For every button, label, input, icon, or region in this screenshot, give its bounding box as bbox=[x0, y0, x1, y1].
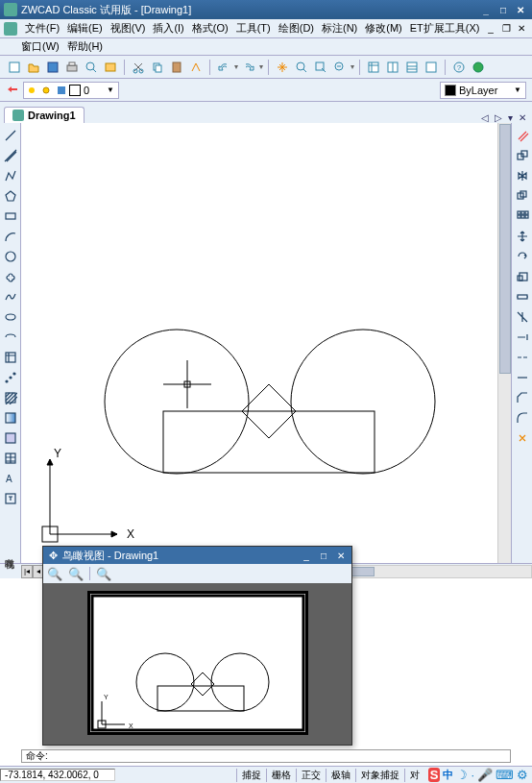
tab-prev[interactable]: ◁ bbox=[479, 112, 491, 123]
mic-icon[interactable]: 🎤 bbox=[477, 768, 493, 782]
paste-icon[interactable] bbox=[168, 59, 185, 76]
grid-toggle[interactable]: 栅格 bbox=[266, 769, 296, 782]
offset-icon[interactable] bbox=[514, 187, 531, 205]
punct-icon[interactable]: · bbox=[471, 768, 474, 782]
cut-icon[interactable] bbox=[130, 59, 147, 76]
menu-edit[interactable]: 编辑(E) bbox=[63, 19, 107, 37]
open-icon[interactable] bbox=[25, 59, 42, 76]
toolpalette-icon[interactable] bbox=[403, 59, 421, 76]
fillet-icon[interactable] bbox=[514, 409, 531, 427]
coordinate-display[interactable]: -73.1814, 432.0062, 0 bbox=[0, 769, 115, 781]
help-icon[interactable]: ? bbox=[450, 59, 468, 76]
revcloud-icon[interactable] bbox=[2, 268, 19, 285]
menu-draw[interactable]: 绘图(D) bbox=[275, 19, 318, 37]
osnap-toggle[interactable]: 对象捕捉 bbox=[355, 769, 404, 782]
pan-icon[interactable] bbox=[274, 59, 291, 76]
calc-icon[interactable] bbox=[423, 59, 440, 76]
spline-icon[interactable] bbox=[2, 288, 19, 306]
new-icon[interactable] bbox=[6, 59, 23, 76]
ellipse-icon[interactable] bbox=[2, 308, 19, 326]
menu-et[interactable]: ET扩展工具(X) bbox=[406, 19, 484, 37]
rotate-icon[interactable] bbox=[514, 248, 531, 265]
menu-format[interactable]: 格式(O) bbox=[188, 19, 232, 37]
block-icon[interactable] bbox=[2, 349, 19, 366]
match-icon[interactable] bbox=[187, 59, 205, 76]
extend-icon[interactable] bbox=[514, 329, 531, 346]
doc-restore[interactable]: ❐ bbox=[499, 23, 513, 34]
arc-icon[interactable] bbox=[2, 228, 19, 245]
zoom-window-icon[interactable] bbox=[312, 59, 329, 76]
save-icon[interactable] bbox=[44, 59, 61, 76]
chamfer-icon[interactable] bbox=[514, 389, 531, 406]
publish-icon[interactable] bbox=[102, 59, 119, 76]
drawing-canvas[interactable]: X Y bbox=[21, 123, 511, 563]
erase-icon[interactable] bbox=[514, 127, 531, 144]
menu-modify[interactable]: 修改(M) bbox=[361, 19, 406, 37]
zoom-realtime-icon[interactable] bbox=[293, 59, 310, 76]
pline-icon[interactable] bbox=[2, 167, 19, 184]
point-icon[interactable] bbox=[2, 369, 19, 386]
birdview-canvas[interactable]: X Y bbox=[43, 583, 351, 745]
trim-icon[interactable] bbox=[514, 308, 531, 326]
xline-icon[interactable] bbox=[2, 147, 19, 164]
birdview-titlebar[interactable]: ✥ 鸟瞰视图 - Drawing1 _ □ ✕ bbox=[43, 547, 351, 564]
circle-icon[interactable] bbox=[2, 248, 19, 265]
gear-icon[interactable]: ⚙ bbox=[517, 768, 528, 782]
menu-file[interactable]: 文件(F) bbox=[21, 19, 63, 37]
copy-icon[interactable] bbox=[149, 59, 166, 76]
keyboard-icon[interactable]: ⌨ bbox=[496, 768, 514, 782]
stretch-icon[interactable] bbox=[514, 288, 531, 306]
snap-toggle[interactable]: 捕捉 bbox=[236, 769, 266, 782]
properties-icon[interactable] bbox=[365, 59, 382, 76]
zoom-prev-icon[interactable] bbox=[331, 59, 349, 76]
birdview-maximize[interactable]: □ bbox=[317, 551, 330, 561]
maximize-button[interactable]: □ bbox=[496, 3, 511, 16]
color-dropdown[interactable]: ByLayer ▼ bbox=[440, 82, 526, 99]
tab-dropdown[interactable]: ▾ bbox=[506, 112, 515, 123]
info-icon[interactable] bbox=[470, 59, 487, 76]
hatch-icon[interactable] bbox=[2, 389, 19, 406]
ime-cn-icon[interactable]: 中 bbox=[443, 768, 453, 782]
birdview-minimize[interactable]: _ bbox=[300, 551, 313, 561]
designcenter-icon[interactable] bbox=[384, 59, 401, 76]
gradient-icon[interactable] bbox=[2, 409, 19, 427]
mirror-icon[interactable] bbox=[514, 167, 531, 184]
mtext-icon[interactable]: A bbox=[2, 470, 19, 487]
birdview-zoomout-icon[interactable]: 🔍 bbox=[68, 567, 84, 581]
break-icon[interactable] bbox=[514, 349, 531, 366]
polygon-icon[interactable] bbox=[2, 187, 19, 205]
move-icon[interactable] bbox=[514, 228, 531, 245]
menu-insert[interactable]: 插入(I) bbox=[149, 19, 187, 37]
menu-window[interactable]: 窗口(W) bbox=[17, 37, 63, 56]
ime-s-icon[interactable]: S bbox=[428, 768, 441, 782]
vertical-scrollbar[interactable] bbox=[497, 123, 511, 563]
doc-minimize[interactable]: _ bbox=[484, 23, 497, 34]
layer-dropdown[interactable]: 0 ▼ bbox=[23, 82, 119, 99]
command-line[interactable]: 命令: bbox=[21, 749, 511, 763]
copy-mod-icon[interactable] bbox=[514, 147, 531, 164]
menu-dim[interactable]: 标注(N) bbox=[318, 19, 361, 37]
tab-close[interactable]: ✕ bbox=[517, 112, 528, 123]
layer-prev-icon[interactable] bbox=[6, 83, 19, 98]
polar-toggle[interactable]: 极轴 bbox=[326, 769, 355, 782]
close-button[interactable]: ✕ bbox=[513, 3, 528, 16]
minimize-button[interactable]: _ bbox=[478, 3, 494, 16]
line-icon[interactable] bbox=[2, 127, 19, 144]
ortho-toggle[interactable]: 正交 bbox=[296, 769, 326, 782]
birdview-zoomext-icon[interactable]: 🔍 bbox=[96, 567, 111, 581]
menu-help[interactable]: 帮助(H) bbox=[63, 37, 107, 56]
doc-tab[interactable]: Drawing1 bbox=[4, 107, 85, 123]
join-icon[interactable] bbox=[514, 369, 531, 386]
menu-view[interactable]: 视图(V) bbox=[107, 19, 150, 37]
explode-icon[interactable] bbox=[514, 429, 531, 447]
tab-next[interactable]: ▷ bbox=[493, 112, 504, 123]
moon-icon[interactable]: ☽ bbox=[456, 768, 468, 782]
text-icon[interactable] bbox=[2, 490, 19, 507]
birdview-zoomin-icon[interactable]: 🔍 bbox=[47, 567, 62, 581]
array-icon[interactable] bbox=[514, 208, 531, 225]
doc-close[interactable]: ✕ bbox=[515, 23, 528, 34]
birdview-close[interactable]: ✕ bbox=[334, 551, 348, 561]
menu-tools[interactable]: 工具(T) bbox=[232, 19, 275, 37]
table-icon[interactable] bbox=[2, 450, 19, 467]
preview-icon[interactable] bbox=[83, 59, 100, 76]
